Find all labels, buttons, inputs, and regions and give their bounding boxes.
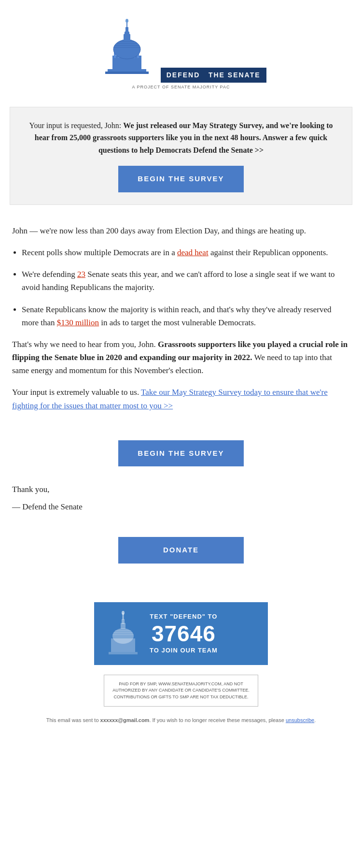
bullet3-post: in ads to target the most vulnerable Dem… xyxy=(99,318,256,327)
130-million-link[interactable]: $130 million xyxy=(57,318,99,327)
unsubscribe-link[interactable]: unsubscribe xyxy=(286,717,314,723)
text-banner-info: TEXT "DEFEND" TO 37646 TO JOIN OUR TEAM xyxy=(150,612,218,655)
bullet-item-2: We're defending 23 Senate seats this yea… xyxy=(22,268,350,294)
bullet1-pre: Recent polls show multiple Democrats are… xyxy=(22,248,177,257)
para3-pre: Your input is extremely valuable to us. xyxy=(12,388,141,397)
spacer xyxy=(0,578,362,593)
thank-you: Thank you, xyxy=(0,476,362,498)
footer-email: xxxxxx@gmail.com xyxy=(100,717,150,723)
paragraph-intro: John — we're now less than 200 days away… xyxy=(12,224,350,237)
capitol-icon xyxy=(96,14,158,77)
banner-line3: TO JOIN OUR TEAM xyxy=(150,646,218,655)
donate-button[interactable]: DONATE xyxy=(118,537,244,564)
begin-survey-button-top[interactable]: BEGIN THE SURVEY xyxy=(118,166,244,192)
intro-normal: Your input is requested, John: xyxy=(29,121,123,130)
logo-defend: DEFEND xyxy=(167,71,200,79)
thank-you-text: Thank you, xyxy=(12,483,350,496)
footer-pre: This email was sent to xyxy=(46,717,100,723)
banner-line1: TEXT "DEFEND" TO xyxy=(150,612,218,622)
para2-pre: That's why we need to hear from you, Joh… xyxy=(12,340,158,349)
header: DEFEND THE SENATE A PROJECT OF SENATE MA… xyxy=(0,0,362,102)
bullet1-post: against their Republican opponents. xyxy=(209,248,328,257)
footer-post: . If you wish to no longer receive these… xyxy=(149,717,286,723)
legal-section: PAID FOR BY SMP, WWW.SENATEMAJORITY.COM,… xyxy=(0,675,362,707)
logo-badge: DEFEND THE SENATE xyxy=(161,68,266,83)
bullet-list: Recent polls show multiple Democrats are… xyxy=(22,246,350,329)
dead-heat-link[interactable]: dead heat xyxy=(177,248,209,257)
svg-point-20 xyxy=(125,19,128,23)
bullet-item-3: Senate Republicans know the majority is … xyxy=(22,303,350,329)
survey-button-section: BEGIN THE SURVEY xyxy=(0,440,362,467)
svg-rect-22 xyxy=(105,72,149,74)
donate-section: DONATE xyxy=(0,522,362,578)
bullet-item-1: Recent polls show multiple Democrats are… xyxy=(22,246,350,259)
paragraph-grassroots: That's why we need to hear from you, Joh… xyxy=(12,338,350,377)
logo-the-senate: THE SENATE xyxy=(209,71,261,79)
text-banner: TEXT "DEFEND" TO 37646 TO JOIN OUR TEAM xyxy=(94,602,268,665)
footer: This email was sent to xxxxxx@gmail.com.… xyxy=(0,711,362,739)
svg-point-28 xyxy=(122,611,125,615)
bullet2-pre: We're defending xyxy=(22,270,77,279)
intro-box: Your input is requested, John: We just r… xyxy=(10,107,352,205)
svg-rect-32 xyxy=(109,652,138,654)
banner-capitol-icon xyxy=(104,609,142,658)
svg-rect-26 xyxy=(122,619,125,624)
paragraph-input: Your input is extremely valuable to us. … xyxy=(12,386,350,412)
banner-line2: 37646 xyxy=(150,622,218,646)
legal-box: PAID FOR BY SMP, WWW.SENATEMAJORITY.COM,… xyxy=(104,675,258,707)
intro-text: Your input is requested, John: We just r… xyxy=(25,119,337,157)
legal-text: PAID FOR BY SMP, WWW.SENATEMAJORITY.COM,… xyxy=(111,681,251,701)
signature: — Defend the Senate xyxy=(0,498,362,523)
svg-rect-21 xyxy=(108,69,146,72)
logo-container: DEFEND THE SENATE A PROJECT OF SENATE MA… xyxy=(96,14,266,91)
begin-survey-button-mid[interactable]: BEGIN THE SURVEY xyxy=(118,440,244,467)
text-banner-wrapper: TEXT "DEFEND" TO 37646 TO JOIN OUR TEAM xyxy=(0,602,362,665)
signature-text: — Defend the Senate xyxy=(12,501,350,513)
23-seats-link[interactable]: 23 xyxy=(77,270,85,279)
main-content: John — we're now less than 200 days away… xyxy=(0,215,362,431)
logo-subtitle: A PROJECT OF SENATE MAJORITY PAC xyxy=(96,84,266,91)
